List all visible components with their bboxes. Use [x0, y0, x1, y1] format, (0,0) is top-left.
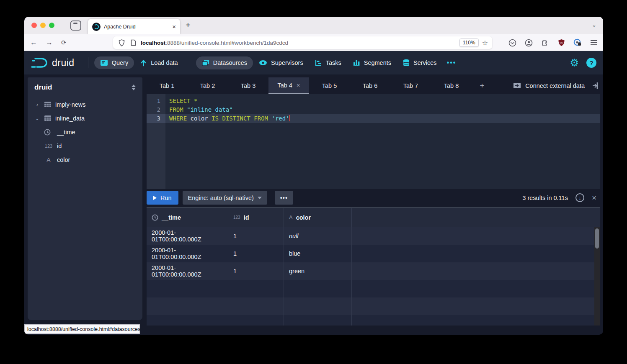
back-button[interactable]: ←	[30, 38, 37, 47]
table-row-empty[interactable]	[147, 315, 600, 326]
database-icon	[403, 59, 410, 67]
tree-table-imply-news[interactable]: ›imply-news	[34, 97, 136, 111]
table-cell[interactable]	[147, 315, 228, 326]
engine-select-button[interactable]: Engine: auto (sql-native)	[183, 191, 267, 205]
table-cell[interactable]	[284, 280, 352, 297]
reload-button[interactable]: ⟳	[61, 39, 67, 46]
zoom-level-badge[interactable]: 110%	[459, 38, 479, 47]
list-tabs-chevron-icon[interactable]: ⌄	[592, 22, 596, 28]
query-tab-tab-4[interactable]: Tab 4×	[268, 77, 309, 94]
nav-item-query[interactable]: Query	[94, 56, 134, 69]
url-bar[interactable]: localhost:8888/unified-console.html#work…	[113, 36, 492, 49]
account-icon[interactable]	[524, 38, 533, 47]
table-cell[interactable]: null	[284, 227, 352, 245]
table-cell[interactable]: 1	[228, 245, 284, 262]
add-tab-button[interactable]: +	[472, 77, 493, 94]
download-results-icon[interactable]: ↓	[575, 193, 584, 202]
query-tab-tab-2[interactable]: Tab 2	[187, 77, 228, 94]
sql-editor[interactable]: 123 SELECT *FROM "inline_data"WHERE colo…	[147, 94, 600, 189]
table-row-empty[interactable]	[147, 297, 600, 315]
nav-item-tasks[interactable]: Tasks	[309, 56, 347, 69]
schema-select-caret-icon[interactable]	[132, 85, 136, 90]
table-row[interactable]: 2000-01-01T00:00:00.000Z1null	[147, 227, 600, 245]
string-type-icon: A	[289, 214, 293, 220]
table-cell[interactable]	[147, 280, 228, 297]
query-tab-tab-3[interactable]: Tab 3	[228, 77, 268, 94]
forward-button[interactable]: →	[46, 38, 53, 47]
zoom-window-button[interactable]	[49, 23, 54, 28]
extensions-puzzle-icon[interactable]	[541, 38, 549, 47]
results-table: __time123idAcolor 2000-01-01T00:00:00.00…	[147, 208, 600, 326]
hamburger-menu-icon[interactable]	[590, 38, 598, 47]
query-tab-tab-5[interactable]: Tab 5	[309, 77, 350, 94]
table-cell[interactable]: 2000-01-01T00:00:00.000Z	[147, 245, 228, 262]
sql-code-line[interactable]: FROM "inline_data"	[165, 105, 600, 114]
table-cell[interactable]: 2000-01-01T00:00:00.000Z	[147, 262, 228, 280]
ublock-shield-icon[interactable]: uO	[557, 38, 565, 47]
nav-item-label: Load data	[151, 59, 178, 66]
tree-column-id[interactable]: 123id	[34, 139, 136, 153]
nav-item-supervisors[interactable]: Supervisors	[253, 56, 309, 69]
shield-icon[interactable]	[117, 38, 126, 47]
tree-table-inline-data[interactable]: ⌄inline_data	[34, 111, 136, 125]
chevron-down-icon[interactable]: ⌄	[34, 115, 40, 121]
query-tab-tab-7[interactable]: Tab 7	[390, 77, 431, 94]
table-cell[interactable]	[228, 280, 284, 297]
table-cell[interactable]	[147, 297, 228, 315]
close-tab-icon[interactable]: ×	[297, 82, 300, 89]
column-header---time[interactable]: __time	[147, 208, 228, 227]
query-tab-tab-6[interactable]: Tab 6	[350, 77, 390, 94]
scrollbar-thumb[interactable]	[595, 228, 599, 249]
column-header-color[interactable]: Acolor	[284, 208, 352, 227]
table-cell[interactable]	[284, 315, 352, 326]
pocket-icon[interactable]	[508, 38, 516, 47]
sql-code-line[interactable]: SELECT *	[165, 97, 600, 105]
query-tab-tab-1[interactable]: Tab 1	[147, 77, 187, 94]
nav-item-load-data[interactable]: Load data	[134, 56, 184, 69]
results-scrollbar[interactable]	[594, 227, 600, 326]
window-controls	[31, 23, 54, 28]
query-more-button[interactable]: •••	[275, 191, 293, 205]
table-cell[interactable]	[228, 315, 284, 326]
firefox-view-icon[interactable]	[70, 21, 81, 31]
table-cell[interactable]: 2000-01-01T00:00:00.000Z	[147, 227, 228, 245]
run-button[interactable]: Run	[147, 191, 178, 205]
table-cell[interactable]	[228, 297, 284, 315]
table-icon	[44, 101, 52, 108]
browser-tab[interactable]: Apache Druid ×	[88, 19, 180, 34]
table-cell-filler	[352, 262, 600, 280]
close-results-icon[interactable]: ×	[592, 193, 596, 203]
help-icon[interactable]: ?	[586, 58, 596, 68]
tree-column-color[interactable]: Acolor	[34, 153, 136, 167]
table-cell[interactable]: 1	[228, 262, 284, 280]
new-tab-button[interactable]: +	[186, 21, 191, 30]
table-cell[interactable]: green	[284, 262, 352, 280]
druid-logo[interactable]: druid	[31, 56, 75, 69]
bookmark-star-icon[interactable]: ☆	[482, 39, 488, 47]
table-cell[interactable]	[284, 297, 352, 315]
settings-gear-icon[interactable]: ⚙	[570, 58, 579, 68]
close-window-button[interactable]	[31, 23, 37, 28]
url-text: localhost:8888/unified-console.html#work…	[141, 40, 456, 46]
privacy-lock-icon[interactable]	[573, 38, 582, 47]
nav-item-segments[interactable]: Segments	[347, 56, 397, 69]
table-row[interactable]: 2000-01-01T00:00:00.000Z1blue	[147, 245, 600, 262]
close-tab-icon[interactable]: ×	[172, 23, 176, 30]
collapse-panel-icon[interactable]	[591, 77, 600, 94]
nav-item-datasources[interactable]: Datasources	[196, 56, 253, 69]
sql-code-line[interactable]: WHERE color IS DISTINCT FROM 'red'	[165, 114, 600, 123]
page-info-icon[interactable]	[129, 38, 137, 47]
minimize-window-button[interactable]	[40, 23, 46, 28]
connect-external-data-button[interactable]: Connect external data	[513, 77, 591, 94]
chevron-right-icon[interactable]: ›	[34, 101, 40, 108]
table-cell[interactable]: 1	[228, 227, 284, 245]
tree-column---time[interactable]: __time	[34, 125, 136, 139]
table-row[interactable]: 2000-01-01T00:00:00.000Z1green	[147, 262, 600, 280]
query-tab-tab-8[interactable]: Tab 8	[431, 77, 472, 94]
nav-more-button[interactable]: •••	[443, 59, 461, 67]
table-cell[interactable]: blue	[284, 245, 352, 262]
column-header-id[interactable]: 123id	[228, 208, 284, 227]
table-row-empty[interactable]	[147, 280, 600, 297]
nav-item-services[interactable]: Services	[397, 56, 443, 69]
sql-token	[208, 115, 212, 122]
